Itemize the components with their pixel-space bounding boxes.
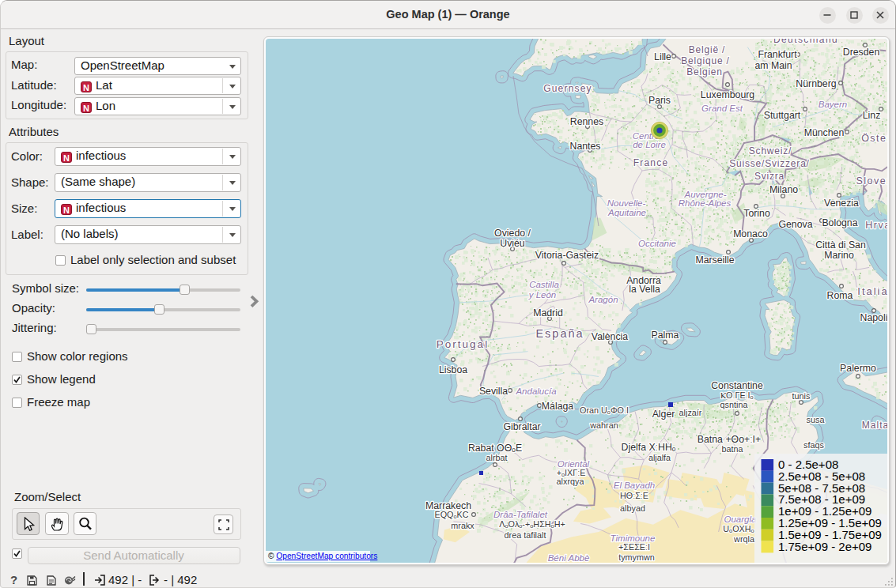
svg-text:Nouvelle-: Nouvelle- xyxy=(607,198,646,208)
svg-text:UₒOΧΗₒ: UₒOΧΗₒ xyxy=(723,524,754,533)
svg-text:El Bayadh: El Bayadh xyxy=(614,481,655,490)
svg-text:Batna +Θo+ːΙ+: Batna +Θo+ːΙ+ xyxy=(698,434,761,445)
svg-text:ΕQQₒΚC: ΕQQₒΚC xyxy=(434,510,468,519)
svg-text:Genova: Genova xyxy=(778,219,812,230)
svg-text:Castilla: Castilla xyxy=(529,280,559,289)
svg-text:Sevilla: Sevilla xyxy=(479,386,508,397)
svg-text:ΗΘːΣːΕ: ΗΘːΣːΕ xyxy=(620,491,648,500)
svg-text:de Loire: de Loire xyxy=(633,140,666,149)
svg-text:Madrid: Madrid xyxy=(533,307,563,318)
svg-text:Luxembourg: Luxembourg xyxy=(701,89,755,100)
svg-text:drea tafilalt: drea tafilalt xyxy=(505,530,546,540)
svg-text:Dresden: Dresden xyxy=(843,47,880,58)
svg-text:Málaga: Málaga xyxy=(542,401,573,412)
svg-text:Uviéu: Uviéu xyxy=(500,238,525,249)
svg-text:Città di San: Città di San xyxy=(815,239,866,251)
svg-text:Nürnberg: Nürnberg xyxy=(796,78,836,89)
svg-text:Bologna: Bologna xyxy=(822,217,857,228)
svg-text:Lisboa: Lisboa xyxy=(439,364,467,375)
svg-text:Belgien: Belgien xyxy=(686,66,723,77)
svg-text:Oran UₒΦOːΙ: Oran UₒΦOːΙ xyxy=(580,405,629,415)
svg-text:aljalfa: aljalfa xyxy=(648,453,671,462)
svg-text:ΛₒOλₒ-+ₒΗΣΗₒΗ+: ΛₒOλₒ-+ₒΗΣΗₒΗ+ xyxy=(499,519,565,529)
svg-text:susa: susa xyxy=(807,415,825,424)
svg-text:Sloven: Sloven xyxy=(856,175,887,187)
svg-text:Oviedo /: Oviedo / xyxy=(494,228,531,239)
svg-text:Béni Abbè: Béni Abbè xyxy=(548,553,590,563)
svg-text:Suisse/Svizzera/: Suisse/Svizzera/ xyxy=(729,158,810,169)
svg-text:Deutschland: Deutschland xyxy=(773,39,838,45)
svg-text:Gibraltar: Gibraltar xyxy=(503,421,540,432)
svg-text:tunis: tunis xyxy=(792,391,811,401)
svg-text:Occitanie: Occitanie xyxy=(638,239,676,248)
svg-text:Linz: Linz xyxy=(863,110,881,121)
svg-text:Venezia: Venezia xyxy=(824,198,859,209)
svg-text:+ΣΕΣΕːΙ: +ΣΕΣΕːΙ xyxy=(618,542,650,552)
svg-text:© OpenStreetMap contributors: © OpenStreetMap contributors xyxy=(268,552,377,560)
svg-text:ⲔOːΓEːΙₒ: ⲔOːΓEːΙₒ xyxy=(720,390,753,400)
svg-text:München: München xyxy=(804,127,845,138)
svg-text:Torino: Torino xyxy=(743,208,770,219)
svg-text:Roma: Roma xyxy=(827,290,853,301)
svg-text:Timimoune: Timimoune xyxy=(611,533,656,543)
svg-text:la Vella: la Vella xyxy=(629,284,660,295)
svg-text:Aquitaine: Aquitaine xyxy=(607,208,646,217)
svg-text:alxrqya: alxrqya xyxy=(557,477,584,486)
svg-text:Frankfurt: Frankfurt xyxy=(758,49,797,60)
svg-text:Marseille: Marseille xyxy=(695,254,734,266)
svg-text:Svizra: Svizra xyxy=(754,171,784,182)
svg-text:Rhône-Alpes: Rhône-Alpes xyxy=(679,198,732,208)
svg-text:Rabat OΘₒE: Rabat OΘₒE xyxy=(468,443,522,454)
svg-text:Portugal: Portugal xyxy=(437,338,489,350)
svg-text:Napoli: Napoli xyxy=(860,312,887,323)
svg-text:batna: batna xyxy=(721,444,743,454)
svg-text:Palermo: Palermo xyxy=(840,363,876,374)
svg-text:Aragón: Aragón xyxy=(588,295,618,304)
svg-text:Alger: Alger xyxy=(652,409,675,420)
svg-text:tymymwn: tymymwn xyxy=(618,552,655,562)
svg-text:België /: België / xyxy=(689,44,725,55)
svg-text:Ouargla: Ouargla xyxy=(724,514,757,524)
svg-text:Monaco: Monaco xyxy=(733,228,768,239)
svg-text:France: France xyxy=(633,157,669,168)
svg-text:Guernsey: Guernsey xyxy=(543,83,592,94)
svg-text:Marino: Marino xyxy=(824,250,854,261)
svg-text:Palma: Palma xyxy=(652,330,679,341)
svg-text:Italia: Italia xyxy=(857,285,887,297)
svg-text:Vitoria-Gasteiz: Vitoria-Gasteiz xyxy=(535,250,599,261)
svg-text:Oriental: Oriental xyxy=(558,459,590,469)
svg-text:y León: y León xyxy=(528,290,557,300)
svg-text:wrqla: wrqla xyxy=(733,534,754,544)
svg-text:Milano: Milano xyxy=(769,184,798,195)
svg-text:València: València xyxy=(592,331,628,342)
svg-text:Grand Est: Grand Est xyxy=(701,104,743,113)
svg-text:Djelfa ΧːΗΗₒ: Djelfa ΧːΗΗₒ xyxy=(622,442,676,453)
svg-text:Drâa-Tafilalet: Drâa-Tafilalet xyxy=(493,510,548,519)
svg-text:Stuttgart: Stuttgart xyxy=(764,110,801,121)
svg-text:qsntina: qsntina xyxy=(720,400,748,409)
svg-text:am Main: am Main xyxy=(754,60,792,71)
svg-text:Constantine: Constantine xyxy=(711,380,763,391)
svg-text:Bayern: Bayern xyxy=(818,100,847,109)
svg-text:Paris: Paris xyxy=(648,95,671,106)
svg-text:Malta: Malta xyxy=(862,420,887,431)
svg-text:Österr: Österr xyxy=(861,133,887,144)
svg-text:wahran: wahran xyxy=(589,420,618,430)
svg-text:albyad: albyad xyxy=(620,503,645,513)
svg-text:Rennes: Rennes xyxy=(570,116,603,127)
svg-text:alrbat: alrbat xyxy=(486,453,507,462)
svg-text:Hrvat: Hrvat xyxy=(865,220,887,231)
svg-text:1.75e+09 - 2e+09: 1.75e+09 - 2e+09 xyxy=(778,540,871,553)
svg-text:aljzaír: aljzaír xyxy=(679,408,702,417)
svg-text:sfaqs: sfaqs xyxy=(803,440,824,450)
svg-text:Lille: Lille xyxy=(654,51,671,62)
svg-text:Andalucía: Andalucía xyxy=(515,386,556,396)
svg-text:Belgique /: Belgique / xyxy=(681,55,729,66)
svg-text:mrakx: mrakx xyxy=(451,521,474,530)
svg-text:España: España xyxy=(535,327,584,340)
svg-text:Schweiz/: Schweiz/ xyxy=(749,145,792,156)
svg-text:Nantes: Nantes xyxy=(570,141,601,152)
